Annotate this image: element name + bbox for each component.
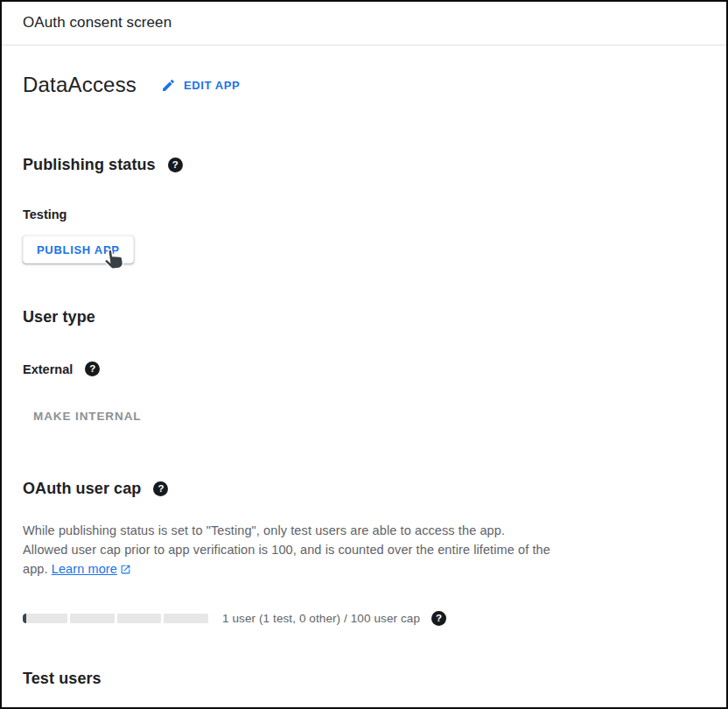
learn-more-link[interactable]: Learn more	[52, 562, 131, 576]
page-header: OAuth consent screen	[2, 2, 726, 46]
user-type-help-icon[interactable]: ?	[85, 362, 100, 376]
app-row: DataAccess EDIT APP	[23, 73, 705, 97]
oauth-consent-page: OAuth consent screen DataAccess EDIT APP…	[0, 0, 728, 709]
edit-app-label: EDIT APP	[184, 79, 240, 92]
pencil-icon	[161, 78, 176, 93]
oauth-user-cap-heading: OAuth user cap	[23, 480, 141, 498]
edit-app-button[interactable]: EDIT APP	[159, 74, 242, 96]
publish-app-wrap: PUBLISH APP	[23, 235, 134, 263]
publishing-status-help-icon[interactable]: ?	[168, 158, 183, 172]
user-cap-usage-text: 1 user (1 test, 0 other) / 100 user cap	[222, 612, 420, 625]
app-name: DataAccess	[23, 73, 136, 97]
publishing-status-section: Publishing status ? Testing PUBLISH APP	[23, 156, 705, 263]
user-cap-description: While publishing status is set to "Testi…	[23, 521, 551, 580]
user-cap-progress-bar	[23, 614, 208, 623]
open-in-new-icon	[120, 561, 131, 580]
progress-segment	[70, 614, 115, 623]
page-title: OAuth consent screen	[23, 14, 705, 32]
user-type-heading: User type	[23, 308, 705, 326]
progress-segment	[164, 614, 208, 623]
user-type-section: User type External ? MAKE INTERNAL	[23, 308, 705, 425]
publishing-status-value: Testing	[23, 207, 705, 221]
make-internal-button[interactable]: MAKE INTERNAL	[33, 408, 141, 425]
user-cap-progress-fill	[23, 614, 26, 623]
test-users-section: Test users	[23, 670, 705, 688]
oauth-user-cap-help-icon[interactable]: ?	[153, 481, 168, 496]
oauth-user-cap-section: OAuth user cap ? While publishing status…	[23, 480, 705, 626]
progress-segment	[117, 614, 162, 623]
user-cap-usage-row: 1 user (1 test, 0 other) / 100 user cap …	[23, 611, 705, 626]
user-cap-usage-help-icon[interactable]: ?	[431, 611, 446, 626]
test-users-heading: Test users	[23, 670, 705, 688]
progress-segment	[23, 614, 67, 623]
main-content: DataAccess EDIT APP Publishing status ? …	[2, 73, 726, 688]
publish-app-button[interactable]: PUBLISH APP	[23, 235, 134, 263]
user-type-value: External	[23, 362, 73, 376]
publishing-status-heading: Publishing status	[23, 156, 156, 174]
